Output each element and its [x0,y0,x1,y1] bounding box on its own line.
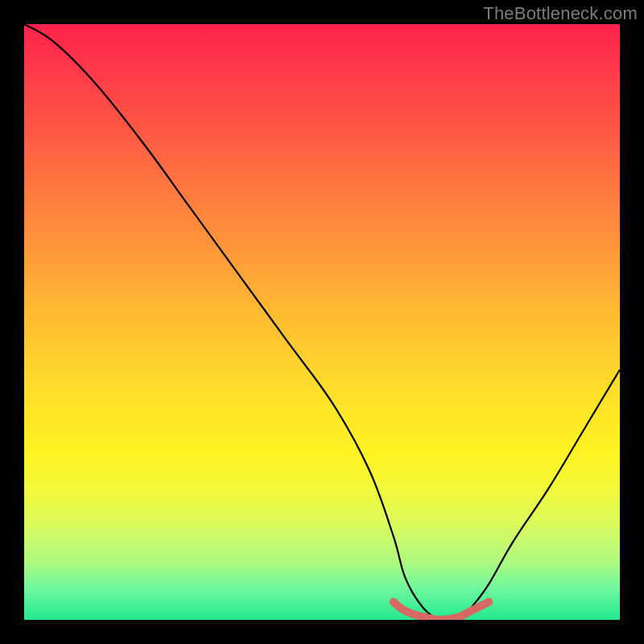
bottleneck-curve [24,24,620,620]
chart-svg [24,24,620,620]
watermark-text: TheBottleneck.com [483,3,638,24]
valley-highlight [394,602,489,620]
plot-area [24,24,620,620]
chart-frame: TheBottleneck.com [0,0,644,644]
